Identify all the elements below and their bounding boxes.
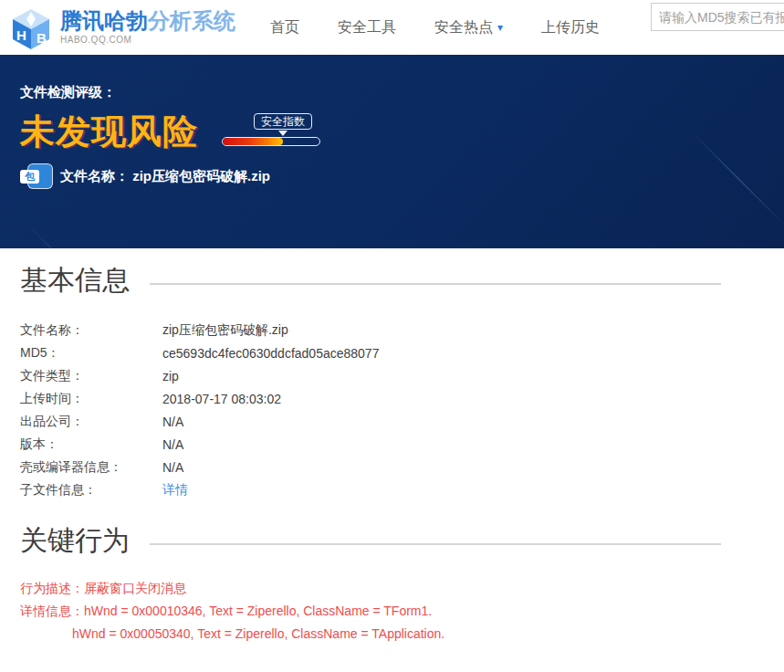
- heading-divider: [150, 283, 721, 285]
- basic-info-header: 基本信息: [20, 262, 721, 299]
- rating-label: 文件检测评级：: [20, 55, 784, 101]
- behavior-detail-line: hWnd = 0x00050340, Text = Ziperello, Cla…: [20, 623, 721, 646]
- safety-index-bar: [222, 137, 320, 146]
- chevron-down-icon: ▾: [497, 21, 503, 34]
- behavior-detail-line: 详情信息：hWnd = 0x00010346, Text = Ziperello…: [20, 600, 721, 623]
- safety-index-pointer-icon: [278, 131, 287, 136]
- nav-upload-history[interactable]: 上传历史: [541, 18, 600, 37]
- key-behavior-lines: 行为描述：屏蔽窗口关闭消息 详情信息：hWnd = 0x00010346, Te…: [20, 577, 721, 646]
- svg-text:H: H: [16, 27, 26, 43]
- safety-index-widget: 安全指数: [222, 113, 320, 146]
- basic-info-heading: 基本信息: [20, 262, 130, 299]
- section-basic-info: 基本信息 文件名称：zip压缩包密码破解.zip MD5：ce5693dc4fe…: [20, 262, 721, 501]
- rating-result: 未发现风险: [20, 114, 198, 149]
- key-behavior-header: 关键行为: [20, 522, 721, 560]
- habo-cube-logo-icon: H B: [9, 8, 53, 50]
- info-row-filename: 文件名称：zip压缩包密码破解.zip: [20, 319, 721, 341]
- md5-search-input[interactable]: [651, 3, 784, 31]
- info-row-md5: MD5：ce5693dc4fec0630ddcfad05ace88077: [20, 341, 721, 364]
- report-content: 基本信息 文件名称：zip压缩包密码破解.zip MD5：ce5693dc4fe…: [0, 262, 721, 672]
- info-row-upload-time: 上传时间：2018-07-17 08:03:02: [20, 387, 721, 410]
- section-key-behavior: 关键行为 行为描述：屏蔽窗口关闭消息 详情信息：hWnd = 0x0001034…: [20, 522, 721, 646]
- report-hero-banner: 文件检测评级： 未发现风险 安全指数 包 文件名称： zip压缩包密码破解.zi…: [0, 55, 784, 248]
- safety-index-fill: [223, 138, 283, 145]
- info-row-packer: 壳或编译器信息：N/A: [20, 456, 721, 478]
- zip-package-icon: 包: [20, 163, 52, 190]
- info-row-version: 版本：N/A: [20, 433, 721, 456]
- site-subtitle: HABO.QQ.COM: [60, 35, 235, 45]
- info-row-company: 出品公司：N/A: [20, 410, 721, 433]
- hero-file-row: 包 文件名称： zip压缩包密码破解.zip: [20, 163, 784, 190]
- info-row-filetype: 文件类型：zip: [20, 364, 721, 387]
- rating-row: 未发现风险 安全指数: [20, 113, 784, 149]
- logo-text: 腾讯哈勃分析系统 HABO.QQ.COM: [60, 8, 235, 45]
- habo-logo[interactable]: H B 腾讯哈勃分析系统 HABO.QQ.COM: [9, 5, 235, 50]
- nav-security-hotspots[interactable]: 安全热点▾: [434, 18, 503, 37]
- top-header: H B 腾讯哈勃分析系统 HABO.QQ.COM 首页 安全工具 安全热点▾ 上…: [0, 0, 784, 55]
- subfile-details-link[interactable]: 详情: [162, 482, 188, 499]
- info-row-subfiles: 子文件信息：详情: [20, 478, 721, 501]
- basic-info-table: 文件名称：zip压缩包密码破解.zip MD5：ce5693dc4fec0630…: [20, 319, 721, 501]
- behavior-description-line: 行为描述：屏蔽窗口关闭消息: [20, 577, 721, 600]
- decorative-streak: [26, 224, 72, 248]
- site-title: 腾讯哈勃分析系统: [60, 8, 235, 34]
- hero-file-name: 文件名称： zip压缩包密码破解.zip: [60, 168, 270, 185]
- safety-index-badge: 安全指数: [254, 113, 312, 130]
- key-behavior-heading: 关键行为: [20, 522, 130, 560]
- heading-divider: [150, 543, 721, 545]
- main-nav: 首页 安全工具 安全热点▾ 上传历史: [270, 18, 600, 37]
- nav-security-tools[interactable]: 安全工具: [338, 18, 396, 37]
- svg-text:B: B: [37, 30, 47, 46]
- nav-home[interactable]: 首页: [270, 18, 299, 37]
